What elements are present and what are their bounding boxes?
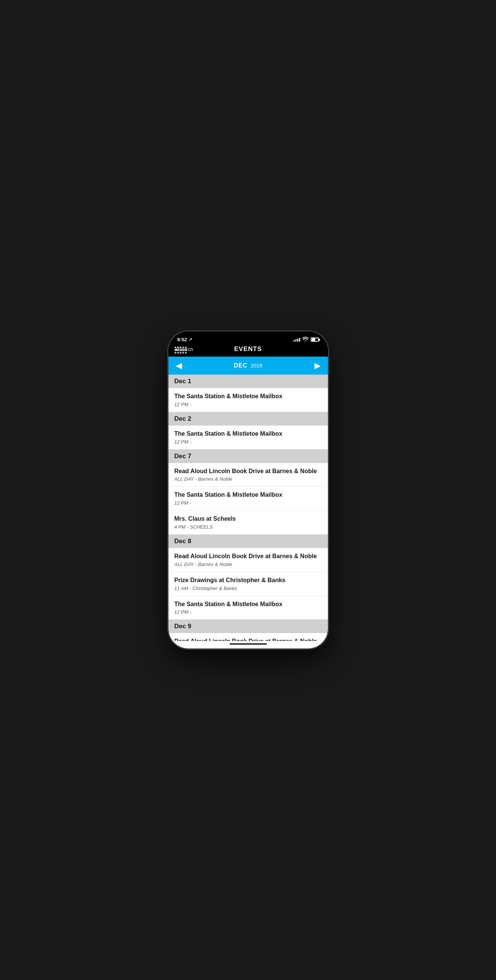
event-item[interactable]: The Santa Station & Mistletoe Mailbox12 … xyxy=(168,388,328,412)
logo-grid xyxy=(174,347,187,354)
month-label: DEC 2018 xyxy=(234,362,262,369)
month-text: DEC xyxy=(234,362,247,369)
event-title: Read Aloud Lincoln Book Drive at Barnes … xyxy=(174,552,322,560)
event-time: 12 PM - xyxy=(174,439,322,445)
events-list: Dec 1The Santa Station & Mistletoe Mailb… xyxy=(168,375,328,641)
event-time: 11 AM - Christopher & Banks xyxy=(174,585,322,591)
page-title: EVENTS xyxy=(234,345,261,353)
home-bar xyxy=(230,643,267,645)
event-time: 12 PM - xyxy=(174,500,322,506)
event-title: The Santa Station & Mistletoe Mailbox xyxy=(174,430,322,438)
event-time: 4 PM - SCHEELS xyxy=(174,524,322,530)
event-title: Mrs. Claus at Scheels xyxy=(174,515,322,523)
phone-frame: 9:52 ↗ xyxy=(168,331,329,649)
date-header: Dec 7 xyxy=(168,450,328,463)
app-logo xyxy=(174,347,187,354)
event-title: Read Aloud Lincoln Book Drive at Barnes … xyxy=(174,638,322,641)
event-item[interactable]: The Santa Station & Mistletoe Mailbox12 … xyxy=(168,426,328,450)
event-time: ALL DAY - Barnes & Noble xyxy=(174,476,322,482)
date-header: Dec 2 xyxy=(168,412,328,426)
event-item[interactable]: The Santa Station & Mistletoe Mailbox12 … xyxy=(168,596,328,620)
event-item[interactable]: Read Aloud Lincoln Book Drive at Barnes … xyxy=(168,548,328,572)
event-item[interactable]: The Santa Station & Mistletoe Mailbox12 … xyxy=(168,487,328,511)
wifi-icon xyxy=(303,337,309,342)
event-title: Prize Drawings at Christopher & Banks xyxy=(174,576,322,584)
event-item[interactable]: Read Aloud Lincoln Book Drive at Barnes … xyxy=(168,463,328,487)
year-text: 2018 xyxy=(251,363,262,369)
phone-screen: 9:52 ↗ xyxy=(168,331,328,649)
prev-month-button[interactable]: ◀ xyxy=(176,361,182,370)
signal-icon xyxy=(293,338,300,342)
month-nav: ◀ DEC 2018 ▶ xyxy=(168,356,328,375)
next-month-button[interactable]: ▶ xyxy=(314,361,320,370)
status-time: 9:52 ↗ xyxy=(177,337,192,342)
event-title: The Santa Station & Mistletoe Mailbox xyxy=(174,491,322,499)
date-header: Dec 8 xyxy=(168,535,328,548)
date-header: Dec 1 xyxy=(168,375,328,388)
event-item[interactable]: Prize Drawings at Christopher & Banks11 … xyxy=(168,572,328,596)
time-display: 9:52 xyxy=(177,337,187,342)
event-time: 12 PM - xyxy=(174,402,322,407)
event-item[interactable]: Mrs. Claus at Scheels4 PM - SCHEELS xyxy=(168,511,328,535)
date-header: Dec 9 xyxy=(168,620,328,633)
home-indicator xyxy=(168,641,328,649)
event-item[interactable]: Read Aloud Lincoln Book Drive at Barnes … xyxy=(168,633,328,641)
location-icon: ↗ xyxy=(189,337,192,342)
notch xyxy=(222,331,274,342)
event-title: The Santa Station & Mistletoe Mailbox xyxy=(174,393,322,401)
status-icons xyxy=(293,337,319,342)
event-title: The Santa Station & Mistletoe Mailbox xyxy=(174,600,322,608)
event-time: ALL DAY - Barnes & Noble xyxy=(174,562,322,567)
event-time: 12 PM - xyxy=(174,609,322,615)
event-title: Read Aloud Lincoln Book Drive at Barnes … xyxy=(174,468,322,476)
battery-icon xyxy=(311,337,319,342)
app-header: ◂ Search xyxy=(168,344,328,356)
